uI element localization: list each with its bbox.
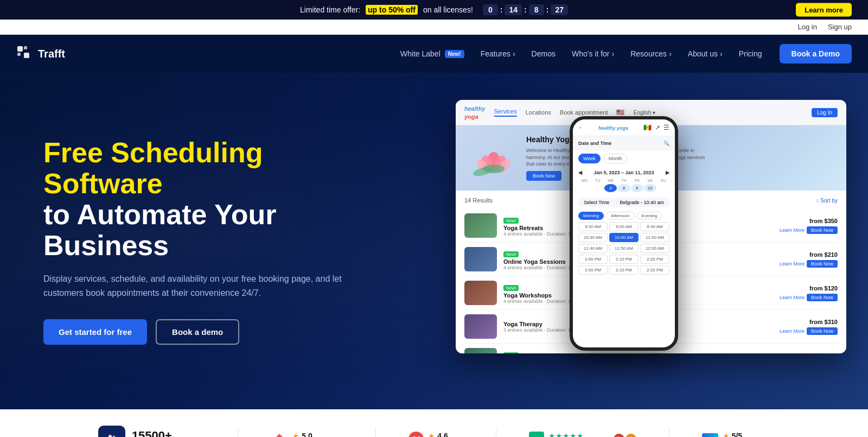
mockup-login-button[interactable]: Log In — [812, 108, 838, 117]
svg-point-12 — [108, 435, 112, 437]
cal-day-6[interactable]: 6 — [604, 184, 617, 192]
time-slot[interactable]: 2:10 PM — [609, 265, 639, 275]
nav-white-label[interactable]: White Label New! — [394, 45, 471, 62]
logo[interactable]: Trafft — [16, 45, 65, 62]
cal-day[interactable] — [578, 184, 591, 192]
book-demo-button[interactable]: Book a Demo — [780, 44, 852, 64]
time-slots: 8:20 AM 9:00 AM 8:40 AM 10:30 AM 10:40 A… — [573, 222, 675, 275]
service-book-now-button[interactable]: Book Now — [807, 327, 838, 335]
time-slot[interactable]: 2:20 PM — [640, 255, 669, 264]
cal-day[interactable] — [591, 184, 604, 192]
hero-preview: healthy yoga Services Locations Book app… — [380, 84, 868, 398]
get-started-button[interactable]: Get started for free — [43, 319, 147, 345]
sort-button[interactable]: ↕ Sort by — [816, 198, 838, 204]
time-slot[interactable]: 11:50 AM — [609, 244, 639, 253]
logo-icon — [16, 45, 34, 62]
lotus-flower-icon — [472, 139, 515, 177]
countdown-hours: 0 — [483, 4, 498, 15]
service-book-now-button[interactable]: Book Now — [807, 226, 838, 234]
service-book-now-button[interactable]: Book Now — [807, 260, 838, 268]
nav-whos-it-for[interactable]: Who's it for › — [565, 45, 621, 62]
mobile-tab-week[interactable]: Week — [578, 154, 601, 163]
logo-text: Trafft — [38, 48, 65, 60]
time-slot[interactable]: 12:00 AM — [640, 244, 669, 253]
mobile-tab-row: Week Month — [573, 150, 675, 167]
trustpilot-rating: ★ ★★★★★ Excellent on Trustpilot — [529, 432, 636, 437]
time-slot[interactable]: 9:00 AM — [609, 222, 639, 231]
getapp-star-icon: ★ — [723, 432, 730, 437]
prev-week-button[interactable]: ◀ — [578, 170, 582, 175]
flag-icon: 🇺🇸 — [616, 109, 624, 116]
service-learn-more-button[interactable]: Learn More — [780, 328, 805, 334]
getapp-rating: GetApp ★ 5/5 Rating on GetApp — [702, 432, 770, 437]
new-badge: New! — [445, 50, 464, 58]
service-learn-more-button[interactable]: Learn More — [780, 227, 805, 233]
service-actions: from $700 Learn More Book Now — [780, 352, 838, 354]
performer-badge-1 — [614, 434, 624, 437]
time-slot[interactable]: 8:20 AM — [578, 222, 608, 231]
g2-score: 4.6 — [437, 432, 448, 437]
svg-rect-2 — [17, 53, 21, 56]
time-row: 8:20 AM 9:00 AM 8:40 AM — [578, 222, 669, 231]
time-slot[interactable]: 2:10 PM — [609, 255, 639, 264]
mockup-nav-locations[interactable]: Locations — [526, 109, 551, 116]
login-link[interactable]: Log in — [797, 23, 816, 31]
countdown-timer: 0 : 14 : 8 : 27 — [483, 4, 568, 15]
mobile-screen: ← healthy yoga 🇸🇳 ↗ ☰ Date and Time 🔍 — [573, 119, 675, 347]
cal-day[interactable] — [657, 184, 669, 192]
nav-pricing[interactable]: Pricing — [732, 45, 769, 62]
mobile-back-arrow[interactable]: ← — [578, 125, 583, 130]
service-badge: New! — [503, 352, 519, 353]
share-icon[interactable]: ↗ — [655, 124, 660, 131]
time-slot-selected[interactable]: 10:40 AM — [609, 233, 639, 242]
service-price: from $350 — [809, 218, 838, 224]
nav-features[interactable]: Features › — [474, 45, 522, 62]
book-demo-hero-button[interactable]: Book a demo — [156, 319, 239, 345]
nav-demos[interactable]: Demos — [525, 45, 562, 62]
menu-icon[interactable]: ☰ — [663, 124, 669, 131]
mockup-nav-services[interactable]: Services — [494, 108, 517, 117]
stats-row: 15500+ GLOBAL CUSTOMERS ★ 5.0 Rating on … — [0, 409, 868, 437]
mockup-book-now-button[interactable]: Book Now — [526, 171, 561, 181]
time-tab-evening[interactable]: Evening — [637, 212, 662, 220]
time-slot[interactable]: 2:20 PM — [640, 265, 669, 275]
mockup-logo: healthy yoga — [464, 104, 486, 121]
search-icon[interactable]: 🔍 — [663, 141, 669, 146]
cal-day-8[interactable]: 8 — [617, 184, 630, 192]
time-tab-afternoon[interactable]: Afternoon — [606, 212, 635, 220]
time-slot[interactable]: 10:30 AM — [578, 233, 608, 242]
service-actions: from $350 Learn More Book Now — [780, 218, 838, 234]
service-learn-more-button[interactable]: Learn More — [780, 295, 805, 300]
mobile-calendar: ◀ Jan 5, 2023 – Jan 11, 2023 ▶ MO TU WE … — [573, 167, 675, 195]
auth-bar: Log in Sign up — [0, 20, 868, 35]
time-slot[interactable]: 8:40 AM — [640, 222, 669, 231]
language-selector[interactable]: English ▾ — [633, 110, 655, 116]
cal-day-9[interactable]: 9 — [631, 184, 643, 192]
top-banner: Limited time offer: up to 50% off on all… — [0, 0, 868, 20]
mobile-tab-month[interactable]: Month — [604, 154, 627, 163]
signup-link[interactable]: Sign up — [828, 23, 852, 31]
mobile-date-header: Date and Time 🔍 — [573, 136, 675, 150]
mockup-nav-book[interactable]: Book appointment — [560, 109, 608, 116]
service-image — [464, 247, 497, 271]
time-row: 10:30 AM 10:40 AM 11:00 AM — [578, 233, 669, 242]
trustpilot-stars: ★★★★★ — [548, 432, 584, 437]
time-slot[interactable]: 11:40 AM — [578, 244, 608, 253]
getapp-rating-text: ★ 5/5 Rating on GetApp — [723, 432, 770, 437]
cal-day-10[interactable]: 10 — [644, 184, 656, 192]
nav-resources[interactable]: Resources › — [624, 45, 678, 62]
service-actions: from $120 Learn More Book Now — [780, 285, 838, 301]
time-slot[interactable]: 2:00 PM — [578, 265, 608, 275]
nav-about[interactable]: About us › — [681, 45, 729, 62]
service-learn-more-button[interactable]: Learn More — [780, 261, 805, 267]
g2-icon: G2 — [409, 432, 424, 437]
time-slot[interactable]: 2:00 PM — [578, 255, 608, 264]
time-slot[interactable]: 11:00 AM — [640, 233, 669, 242]
hero-section: Free Scheduling Software to Automate You… — [0, 73, 868, 409]
service-book-now-button[interactable]: Book Now — [807, 294, 838, 301]
countdown-minutes: 14 — [505, 4, 522, 15]
mobile-time-select: Select Time Belgrade - 10:40 am — [578, 198, 669, 207]
next-week-button[interactable]: ▶ — [666, 170, 669, 175]
learn-more-button[interactable]: Learn more — [796, 3, 852, 17]
time-tab-morning[interactable]: Morning — [578, 212, 604, 220]
